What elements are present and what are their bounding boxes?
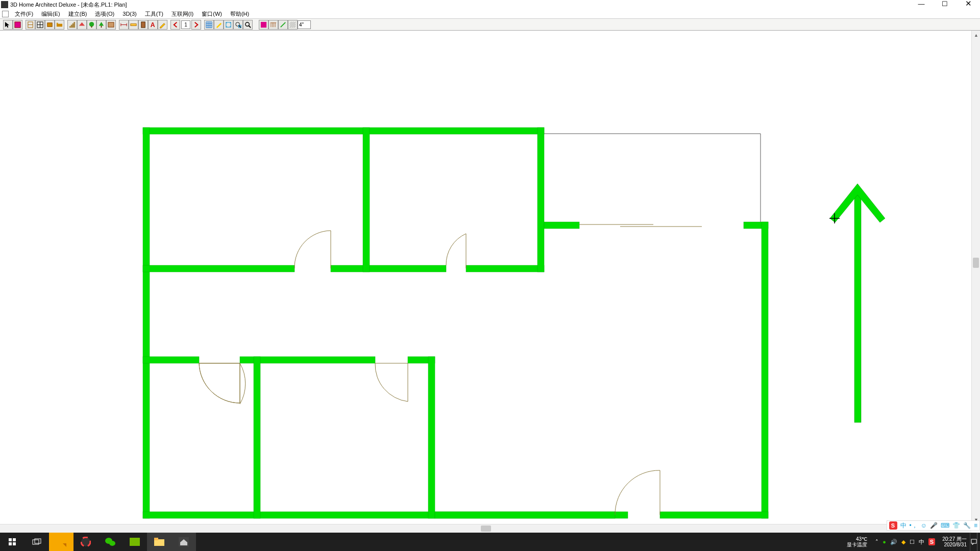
prev-arrow-icon[interactable] [170, 20, 180, 30]
titlebar: 3D Home Architect Deluxe - [未命名.PL1: Pla… [0, 0, 980, 9]
svg-line-26 [239, 26, 241, 28]
railing-tool-icon[interactable] [268, 20, 278, 30]
menu-internet[interactable]: 互联网(I) [167, 10, 198, 18]
wall-tool-icon[interactable] [13, 20, 22, 30]
ime-keyboard-icon[interactable]: ⌨ [941, 522, 949, 529]
vscroll-up-icon[interactable]: ▲ [972, 31, 980, 39]
ime-skin-icon[interactable]: 👕 [952, 522, 960, 529]
maximize-button[interactable]: ☐ [933, 0, 957, 8]
size-input[interactable] [298, 20, 311, 29]
floor-input[interactable] [181, 20, 190, 29]
menu-tools[interactable]: 工具(T) [141, 10, 167, 18]
tray-chevron-icon[interactable]: ˄ [875, 539, 878, 545]
door-library-icon[interactable] [138, 20, 148, 30]
ime-lang-label[interactable]: 中 [900, 521, 906, 530]
taskbar-app-nvidia[interactable] [122, 533, 147, 551]
start-button[interactable] [0, 533, 24, 551]
svg-rect-58 [9, 538, 12, 541]
ruler-tool-icon[interactable] [129, 20, 138, 30]
ime-tool-icon[interactable]: 🔧 [963, 522, 971, 529]
canvas[interactable]: ▲ ▼ [0, 31, 980, 533]
tray-lang-icon[interactable]: 中 [919, 538, 924, 546]
tray-ime1-icon[interactable]: ☐ [910, 539, 915, 545]
hscroll-thumb[interactable] [481, 525, 491, 532]
svg-rect-48 [143, 357, 199, 363]
menu-file[interactable]: 文件(F) [11, 10, 37, 18]
cabinet-tool-icon[interactable] [45, 20, 55, 30]
notification-button[interactable] [970, 533, 977, 551]
tray-volume-icon[interactable]: 🔊 [890, 539, 897, 545]
tray-security-icon[interactable]: ◆ [901, 539, 905, 545]
svg-rect-60 [9, 542, 12, 545]
taskbar-app-wechat[interactable] [98, 533, 122, 551]
dimension-tool-icon[interactable] [119, 20, 129, 30]
ime-mic-icon[interactable]: 🎤 [930, 522, 938, 529]
zoom-extents-icon[interactable] [224, 20, 233, 30]
wall-mode-icon[interactable] [259, 20, 268, 30]
svg-rect-42 [466, 265, 544, 272]
text-tool-icon[interactable]: A [148, 20, 158, 30]
sogou-icon[interactable]: S [889, 521, 897, 530]
furniture-tool-icon[interactable] [55, 20, 64, 30]
menu-3d[interactable]: 3D(3) [118, 10, 141, 17]
plant-tool-icon[interactable] [87, 20, 96, 30]
roof-tool-icon[interactable] [77, 20, 87, 30]
ime-emoji-icon[interactable]: ☺ [921, 522, 927, 529]
taskbar-app-browser[interactable] [74, 533, 98, 551]
hatch-tool-icon[interactable] [288, 20, 298, 30]
menu-window[interactable]: 窗口(W) [198, 10, 226, 18]
vertical-scrollbar[interactable]: ▲ ▼ [971, 31, 980, 524]
window-title: 3D Home Architect Deluxe - [未命名.PL1: Pla… [10, 1, 127, 9]
menu-options[interactable]: 选项(O) [91, 10, 118, 18]
line-tool-icon[interactable] [278, 20, 288, 30]
vscroll-thumb[interactable] [973, 258, 979, 268]
svg-rect-38 [143, 128, 150, 518]
svg-rect-54 [660, 512, 768, 518]
svg-rect-43 [363, 128, 370, 272]
svg-rect-0 [15, 21, 20, 27]
toolbar: A [0, 18, 980, 31]
zoom-window-icon[interactable] [233, 20, 243, 30]
document-icon [2, 11, 9, 17]
stair-tool-icon[interactable] [67, 20, 77, 30]
ime-punct-icon[interactable]: •， [910, 521, 918, 530]
show-desktop-button[interactable] [977, 533, 980, 551]
close-button[interactable]: ✕ [957, 0, 980, 8]
ime-menu-icon[interactable]: ≡ [974, 522, 977, 529]
clock-date: 2020/8/31 [942, 542, 967, 547]
grid-tool-icon[interactable] [204, 20, 214, 30]
app-icon [1, 1, 8, 8]
svg-point-28 [246, 22, 250, 26]
menu-help[interactable]: 帮助(H) [226, 10, 253, 18]
taskbar-app-notes[interactable] [49, 533, 74, 551]
window-controls: — ☐ ✕ [910, 0, 980, 8]
door-tool-icon[interactable] [26, 20, 35, 30]
horizontal-scrollbar[interactable] [0, 524, 971, 533]
window-tool-icon[interactable] [35, 20, 45, 30]
taskbar-temp[interactable]: 43℃ 显卡温度 [843, 536, 871, 547]
system-tray: ˄ ● 🔊 ◆ ☐ 中 S [871, 538, 939, 546]
select-tool-icon[interactable] [3, 20, 13, 30]
taskbar-app-explorer[interactable] [147, 533, 172, 551]
taskview-button[interactable] [24, 533, 49, 551]
tray-wechat-icon[interactable]: ● [883, 539, 886, 545]
menu-edit[interactable]: 编辑(E) [37, 10, 64, 18]
menu-build[interactable]: 建立(B) [64, 10, 91, 18]
terrain-tool-icon[interactable] [106, 20, 116, 30]
taskbar: 43℃ 显卡温度 ˄ ● 🔊 ◆ ☐ 中 S 20:27 周一 2020/8/3… [0, 533, 980, 551]
tree-tool-icon[interactable] [96, 20, 106, 30]
svg-rect-17 [141, 21, 145, 27]
taskbar-clock[interactable]: 20:27 周一 2020/8/31 [939, 536, 970, 547]
next-arrow-icon[interactable] [191, 20, 201, 30]
ime-bar[interactable]: S 中 •， ☺ 🎤 ⌨ 👕 🔧 ≡ [887, 520, 980, 531]
svg-point-25 [236, 22, 240, 26]
zoom-tool-icon[interactable] [243, 20, 253, 30]
edit-tool-icon[interactable] [214, 20, 224, 30]
svg-point-9 [89, 21, 94, 26]
minimize-button[interactable]: — [910, 0, 933, 8]
pencil-tool-icon[interactable] [158, 20, 167, 30]
tray-sogou-icon[interactable]: S [928, 538, 935, 545]
taskbar-app-3dhome[interactable] [172, 533, 196, 551]
svg-rect-71 [154, 538, 158, 540]
svg-line-36 [281, 22, 285, 27]
